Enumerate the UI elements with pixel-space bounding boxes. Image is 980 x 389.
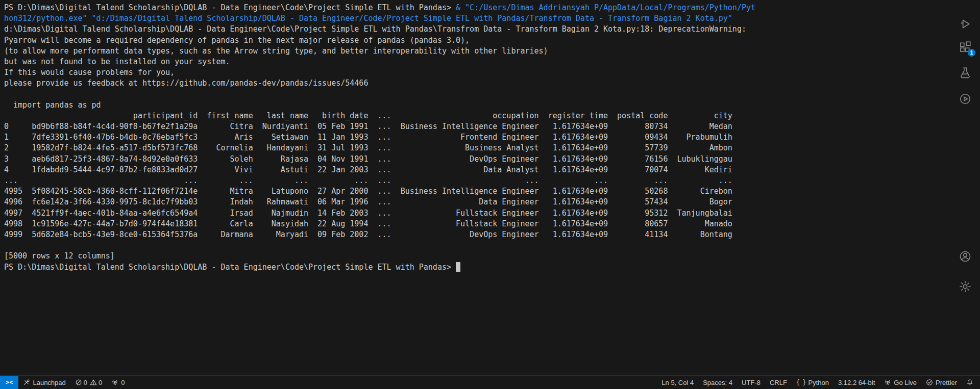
radio-tower-icon — [111, 379, 118, 386]
prettier-label: Prettier — [936, 379, 957, 386]
warnings-group: 0 — [90, 379, 102, 386]
main-area: PS D:\Dimas\Digital Talend Scholarship\D… — [0, 0, 980, 375]
prettier-item[interactable]: Prettier — [921, 376, 962, 389]
terminal-line: 4997 4521ff9f-4aec-401b-84aa-a4e6fc6549a… — [4, 208, 950, 219]
notifications-bell-item[interactable] — [962, 376, 978, 389]
status-bar: >< Launchpad 0 — [0, 375, 980, 389]
activity-bar: 1 — [950, 0, 980, 375]
terminal-line: 4995 5f084245-58cb-4360-8cff-112f06f7214… — [4, 186, 950, 197]
terminal-output: PS D:\Dimas\Digital Talend Scholarship\D… — [4, 3, 950, 273]
terminal-line: Pyarrow will become a required dependenc… — [4, 35, 950, 46]
status-bar-right: Ln 5, Col 4 Spaces: 4 UTF-8 CRLF { } Pyt… — [657, 376, 980, 389]
terminal-line: please provide us feedback at https://gi… — [4, 78, 950, 89]
encoding-item[interactable]: UTF-8 — [737, 376, 765, 389]
cursor-position-item[interactable]: Ln 5, Col 4 — [657, 376, 698, 389]
warning-icon — [90, 379, 97, 386]
terminal-line: [5000 rows x 12 columns] — [4, 251, 950, 262]
bell-icon — [966, 379, 973, 386]
terminal-line: 2 19582d7f-b824-4fe5-a517-d5bf573fc768 C… — [4, 143, 950, 153]
extensions-badge: 1 — [968, 49, 975, 57]
eol-item[interactable]: CRLF — [765, 376, 792, 389]
extensions-icon[interactable]: 1 — [959, 41, 972, 54]
terminal-line: participant_id first_name last_name birt… — [4, 111, 950, 121]
problems-item[interactable]: 0 0 — [70, 376, 107, 389]
python-version-label: 3.12.2 64-bit — [838, 379, 875, 386]
indentation-item[interactable]: Spaces: 4 — [698, 376, 737, 389]
warning-count: 0 — [99, 379, 102, 386]
broadcast-icon — [884, 379, 891, 386]
terminal-line: ... ... ... ... ... ... ... ... ... ... — [4, 175, 950, 186]
run-and-debug-icon[interactable] — [959, 17, 972, 31]
language-label: Python — [808, 379, 829, 386]
terminal-line: hon312/python.exe" "d:/Dimas/Digital Tal… — [4, 13, 950, 24]
terminal-line: If this would cause problems for you, — [4, 67, 950, 78]
tools-icon — [23, 379, 30, 386]
language-item[interactable]: { } Python — [792, 376, 834, 389]
circle-play-icon[interactable] — [959, 92, 972, 106]
terminal-line: 4998 1c91596e-427c-44a7-b7d0-974f44e1838… — [4, 219, 950, 229]
terminal-line — [4, 240, 950, 251]
indentation-label: Spaces: 4 — [703, 379, 732, 386]
encoding-label: UTF-8 — [742, 379, 761, 386]
terminal-line: (to allow more performant data types, su… — [4, 46, 950, 57]
terminal-line: but was not found to be installed on you… — [4, 57, 950, 67]
remote-icon: >< — [6, 379, 13, 386]
terminal-line: PS D:\Dimas\Digital Talend Scholarship\D… — [4, 3, 950, 13]
terminal-line: d:\Dimas\Digital Talend Scholarship\DQLA… — [4, 24, 950, 35]
eol-label: CRLF — [770, 379, 787, 386]
terminal-line: PS D:\Dimas\Digital Talend Scholarship\D… — [4, 262, 950, 273]
launchpad-label: Launchpad — [33, 379, 65, 386]
check-icon — [926, 379, 933, 386]
python-version-item[interactable]: 3.12.2 64-bit — [834, 376, 879, 389]
account-icon[interactable] — [959, 250, 972, 263]
terminal-line — [4, 89, 950, 100]
terminal[interactable]: PS D:\Dimas\Digital Talend Scholarship\D… — [0, 0, 950, 375]
vscode-window: PS D:\Dimas\Digital Talend Scholarship\D… — [0, 0, 980, 389]
ports-item[interactable]: 0 — [107, 376, 129, 389]
error-icon — [75, 379, 82, 386]
port-count: 0 — [121, 379, 125, 386]
testing-beaker-icon[interactable] — [959, 66, 972, 80]
remote-indicator[interactable]: >< — [0, 376, 18, 389]
settings-gear-icon[interactable] — [959, 280, 972, 293]
terminal-line: 0 bd9b6f88-b84f-4c4d-90f8-b67fe2f1a29a C… — [4, 121, 950, 132]
go-live-item[interactable]: Go Live — [879, 376, 921, 389]
terminal-line: 3 aeb6d817-25f3-4867-8a74-8d92e0a0f633 S… — [4, 154, 950, 165]
launchpad-item[interactable]: Launchpad — [18, 376, 70, 389]
terminal-line: 4996 fc6e142a-3f66-4330-9975-8c1dc7f9bb0… — [4, 197, 950, 208]
go-live-label: Go Live — [894, 379, 917, 386]
terminal-line: import pandas as pd — [4, 100, 950, 111]
terminal-line: 1 7dfe3391-6f40-47b6-b4db-0c76ebaf5fc3 A… — [4, 132, 950, 143]
errors-group: 0 — [75, 379, 87, 386]
cursor-position-label: Ln 5, Col 4 — [662, 379, 694, 386]
braces-icon: { } — [796, 379, 806, 386]
error-count: 0 — [84, 379, 87, 386]
terminal-line: 4 1fdabdd9-5444-4c97-87b2-fe8833ad0d27 V… — [4, 165, 950, 175]
terminal-line: 4999 5d682e84-bcb5-43e9-8ce0-615364f5376… — [4, 229, 950, 240]
